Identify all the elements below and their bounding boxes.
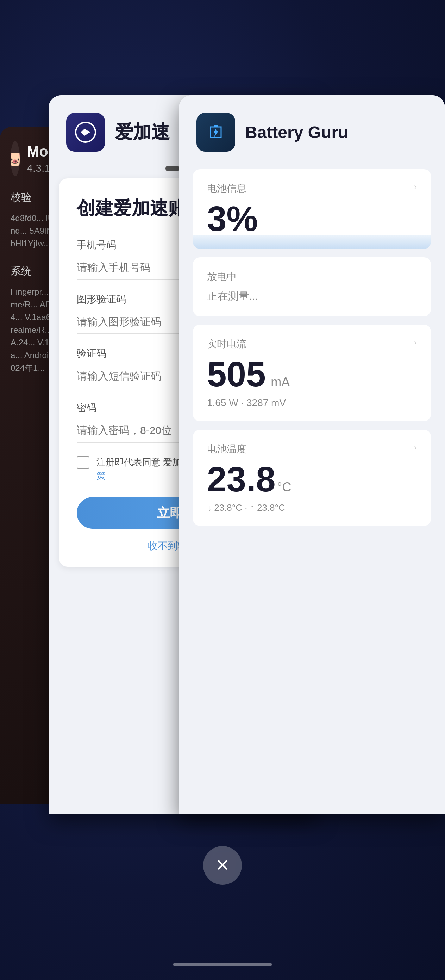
current-unit: mA	[271, 375, 290, 389]
temperature-arrow: ›	[414, 442, 417, 456]
battery-wave-decoration	[193, 235, 431, 249]
current-section: 实时电流 › 505 mA 1.65 W · 3287 mV	[193, 325, 431, 421]
current-label: 实时电流 ›	[207, 337, 417, 351]
current-value: 505	[207, 354, 266, 394]
home-indicator[interactable]	[173, 963, 272, 966]
battery-guru-app-name: Battery Guru	[245, 123, 348, 142]
battery-guru-app-card[interactable]: Battery Guru 电池信息 › 3% 放电中 正在测量... 实时电流 …	[179, 95, 445, 814]
battery-info-arrow: ›	[414, 182, 417, 195]
battery-info-section: 电池信息 › 3%	[193, 169, 431, 249]
aijia-app-icon	[66, 113, 105, 151]
temperature-label: 电池温度 ›	[207, 442, 417, 456]
battery-percent-value: 3%	[207, 201, 417, 236]
temperature-unit: °C	[277, 480, 291, 494]
battery-header: Battery Guru	[179, 95, 445, 162]
agree-checkbox[interactable]	[77, 456, 89, 469]
temperature-detail: ↓ 23.8°C · ↑ 23.8°C	[207, 502, 417, 513]
momo-avatar: 🐷	[11, 141, 20, 176]
discharging-label: 放电中	[207, 270, 417, 283]
close-icon: ✕	[215, 857, 230, 874]
aijia-app-name: 爱加速	[115, 120, 170, 145]
battery-guru-icon	[196, 113, 235, 151]
discharging-status: 正在测量...	[207, 289, 417, 304]
temperature-value: 23.8	[207, 459, 276, 499]
power-detail: 1.65 W · 3287 mV	[207, 397, 417, 409]
temperature-section: 电池温度 › 23.8 °C ↓ 23.8°C · ↑ 23.8°C	[193, 430, 431, 526]
battery-content: 电池信息 › 3% 放电中 正在测量... 实时电流 › 505 mA 1.65…	[179, 162, 445, 541]
temperature-value-row: 23.8 °C	[207, 461, 417, 497]
battery-info-label: 电池信息 ›	[207, 182, 417, 195]
close-all-apps-button[interactable]: ✕	[203, 846, 242, 885]
current-value-row: 505 mA	[207, 356, 417, 391]
discharging-section: 放电中 正在测量...	[193, 257, 431, 316]
current-arrow: ›	[414, 337, 417, 351]
